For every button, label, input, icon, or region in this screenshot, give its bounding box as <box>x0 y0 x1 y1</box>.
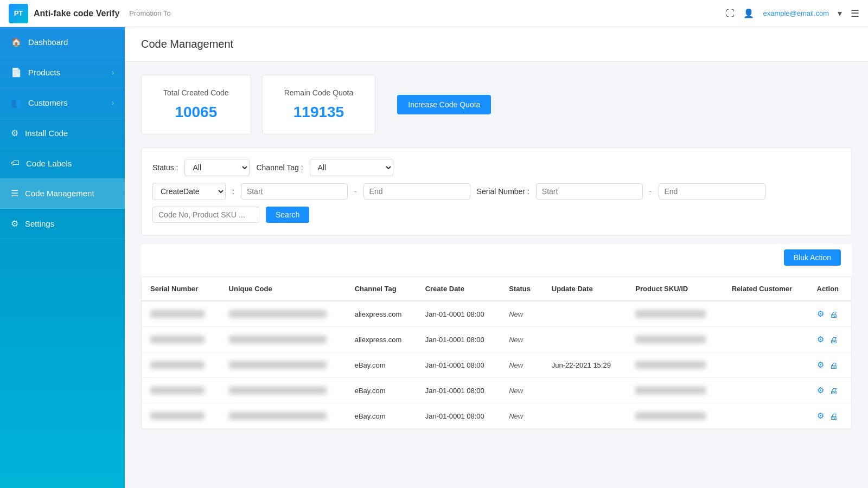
bulk-action-button[interactable]: Bluk Action <box>784 249 841 266</box>
serial-label: Serial Number : <box>477 187 529 196</box>
main-content: Code Management Total Created Code 10065… <box>125 27 868 488</box>
cell-related-customer <box>723 378 808 403</box>
settings-action-icon[interactable]: ⚙ <box>817 335 824 344</box>
filter-row-2: CreateDate UpdateDate : - Serial Number … <box>152 183 840 223</box>
sidebar-label-install-code: Install Code <box>25 129 68 138</box>
increase-quota-button[interactable]: Increase Code Quota <box>397 95 491 114</box>
page-title: Code Management <box>141 38 852 50</box>
cell-create-date: Jan-01-0001 08:00 <box>417 403 501 429</box>
table-row: XXXXXXXXXXXXXXXXXXXXXXXXXXXaliexpress.co… <box>142 301 851 327</box>
sidebar: 🏠 Dashboard 📄 Products › 👥 Customers › ⚙… <box>0 27 125 488</box>
sidebar-label-code-management: Code Management <box>25 189 94 198</box>
settings-action-icon[interactable]: ⚙ <box>817 411 824 421</box>
products-icon: 📄 <box>11 67 22 78</box>
col-unique-code: Unique Code <box>220 277 346 301</box>
install-code-icon: ⚙ <box>11 128 18 138</box>
col-serial-number: Serial Number <box>142 277 220 301</box>
layout: 🏠 Dashboard 📄 Products › 👥 Customers › ⚙… <box>0 27 868 488</box>
cell-serial: XXXXXXXXXXX <box>142 352 220 378</box>
cell-action: ⚙ 🖨 <box>808 327 851 352</box>
logo-area: PT Anti-fake code Verify Promotion To <box>9 4 171 23</box>
sidebar-item-code-management[interactable]: ☰ Code Management <box>0 178 125 209</box>
cell-related-customer <box>723 327 808 352</box>
cell-action: ⚙ 🖨 <box>808 403 851 429</box>
col-product-sku: Product SKU/ID <box>627 277 723 301</box>
sidebar-item-customers[interactable]: 👥 Customers › <box>0 88 125 118</box>
cell-product-sku: XXXXXXXXXXX <box>627 403 723 429</box>
app-title: Anti-fake code Verify <box>34 9 119 18</box>
date-start-input[interactable] <box>241 183 348 200</box>
cell-status: New <box>500 378 543 403</box>
cell-serial: XXXXXXXXXXX <box>142 301 220 327</box>
settings-action-icon[interactable]: ⚙ <box>817 309 824 319</box>
code-table: Serial Number Unique Code Channel Tag Cr… <box>142 277 851 429</box>
action-icons: ⚙ 🖨 <box>817 360 843 370</box>
user-icon[interactable]: 👤 <box>743 8 754 18</box>
products-chevron-icon: › <box>112 69 114 76</box>
sidebar-item-products[interactable]: 📄 Products › <box>0 57 125 88</box>
app-subtitle: Promotion To <box>129 9 170 17</box>
dropdown-icon[interactable]: ▾ <box>838 8 842 18</box>
expand-icon[interactable]: ⛶ <box>726 9 735 18</box>
status-select[interactable]: All New Used Invalid <box>184 159 250 176</box>
cell-status: New <box>500 352 543 378</box>
stat-card-total: Total Created Code 10065 <box>141 75 251 134</box>
print-action-icon[interactable]: 🖨 <box>829 412 838 421</box>
cell-unique-code: XXXXXXXXXXXXXXXX <box>220 403 346 429</box>
table-row: XXXXXXXXXXXXXXXXXXXXXXXXXXXeBay.comJan-0… <box>142 352 851 378</box>
stats-row: Total Created Code 10065 Remain Code Quo… <box>141 75 852 134</box>
cell-related-customer <box>723 403 808 429</box>
code-search-input[interactable] <box>152 207 259 223</box>
col-related-customer: Related Customer <box>723 277 808 301</box>
sidebar-item-code-labels[interactable]: 🏷 Code Labels <box>0 149 125 178</box>
sidebar-label-products: Products <box>28 68 60 77</box>
remain-quota-label: Remain Code Quota <box>284 88 354 97</box>
cell-serial: XXXXXXXXXXX <box>142 378 220 403</box>
code-labels-icon: 🏷 <box>11 158 20 168</box>
cell-create-date: Jan-01-0001 08:00 <box>417 327 501 352</box>
sidebar-item-dashboard[interactable]: 🏠 Dashboard <box>0 27 125 57</box>
date-type-select[interactable]: CreateDate UpdateDate <box>152 183 226 200</box>
cell-serial: XXXXXXXXXXX <box>142 327 220 352</box>
cell-channel: eBay.com <box>346 352 417 378</box>
date-end-input[interactable] <box>363 183 470 200</box>
cell-status: New <box>500 327 543 352</box>
cell-related-customer <box>723 301 808 327</box>
serial-separator: - <box>649 187 652 196</box>
cell-product-sku: XXXXXXXXXXX <box>627 327 723 352</box>
sidebar-label-code-labels: Code Labels <box>26 159 72 168</box>
date-separator: - <box>354 187 357 196</box>
settings-action-icon[interactable]: ⚙ <box>817 360 824 370</box>
col-action: Action <box>808 277 851 301</box>
serial-end-input[interactable] <box>659 183 765 200</box>
cell-unique-code: XXXXXXXXXXXXXXXX <box>220 378 346 403</box>
total-created-value: 10065 <box>163 104 229 121</box>
print-action-icon[interactable]: 🖨 <box>829 386 838 395</box>
cell-update-date <box>543 327 627 352</box>
sidebar-label-settings: Settings <box>25 219 54 228</box>
user-label[interactable]: example@email.com <box>763 9 829 17</box>
sidebar-label-dashboard: Dashboard <box>28 37 68 47</box>
cell-action: ⚙ 🖨 <box>808 352 851 378</box>
sidebar-item-install-code[interactable]: ⚙ Install Code <box>0 118 125 149</box>
print-action-icon[interactable]: 🖨 <box>829 361 838 370</box>
action-icons: ⚙ 🖨 <box>817 309 843 319</box>
settings-action-icon[interactable]: ⚙ <box>817 386 824 395</box>
serial-start-input[interactable] <box>536 183 643 200</box>
cell-create-date: Jan-01-0001 08:00 <box>417 378 501 403</box>
header: PT Anti-fake code Verify Promotion To ⛶ … <box>0 0 868 27</box>
col-update-date: Update Date <box>543 277 627 301</box>
print-action-icon[interactable]: 🖨 <box>829 335 838 344</box>
search-button[interactable]: Search <box>266 207 309 223</box>
cell-update-date <box>543 378 627 403</box>
channel-label: Channel Tag : <box>256 163 303 172</box>
col-channel-tag: Channel Tag <box>346 277 417 301</box>
table-row: XXXXXXXXXXXXXXXXXXXXXXXXXXXaliexpress.co… <box>142 327 851 352</box>
remain-quota-value: 119135 <box>284 104 354 121</box>
home-icon: 🏠 <box>11 37 22 47</box>
hamburger-icon[interactable]: ☰ <box>851 8 859 20</box>
print-action-icon[interactable]: 🖨 <box>829 310 838 319</box>
channel-select[interactable]: All aliexpress.com eBay.com <box>310 159 393 176</box>
sidebar-item-settings[interactable]: ⚙ Settings <box>0 209 125 239</box>
col-status: Status <box>500 277 543 301</box>
